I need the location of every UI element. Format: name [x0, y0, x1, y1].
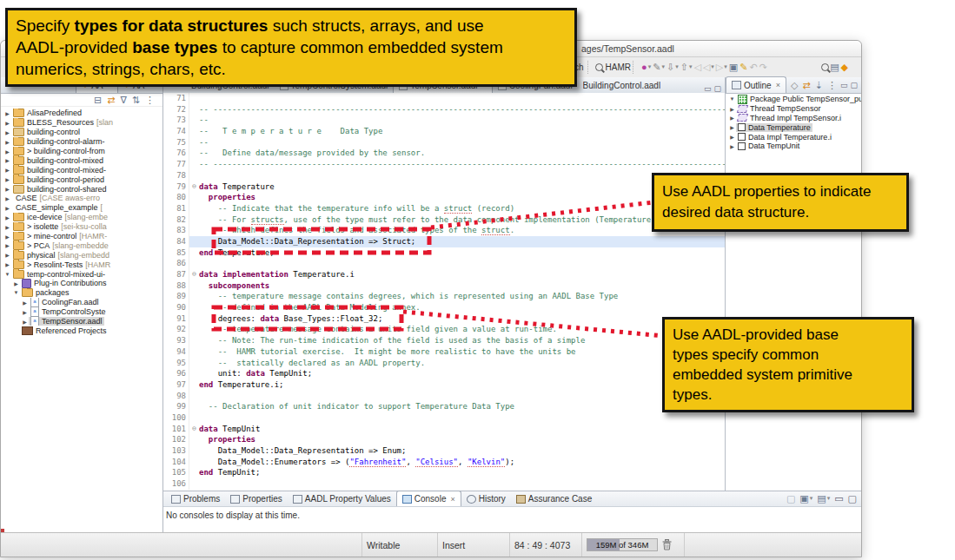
code-line[interactable]: 75--: [163, 137, 725, 148]
code-text[interactable]: -- Indicate that the temperature info wi…: [199, 203, 725, 214]
code-line[interactable]: 102 properties: [163, 434, 725, 445]
external-tools-icon[interactable]: ✎▾: [653, 59, 665, 75]
code-line[interactable]: 86: [163, 258, 725, 269]
navigator-item[interactable]: ▶Plug-in Contributions: [1, 279, 162, 288]
new-console-icon[interactable]: ▤▾: [817, 491, 830, 506]
link-with-editor-icon[interactable]: ⇄: [803, 77, 811, 93]
code-line[interactable]: 91 degrees: data Base_Types::Float_32;: [163, 313, 725, 325]
code-line[interactable]: 95 -- statically declared as an AADL pro…: [163, 358, 725, 369]
collapsed-arrow-icon[interactable]: ▶: [3, 224, 11, 230]
code-text[interactable]: [199, 391, 725, 402]
bottom-tab-console[interactable]: Console×: [396, 491, 461, 506]
close-icon[interactable]: ×: [450, 495, 454, 504]
navigator-item[interactable]: ▶building-control: [1, 128, 162, 137]
new-editor-window-icon[interactable]: ▣: [729, 59, 738, 75]
code-line[interactable]: 81 -- Indicate that the temperature info…: [163, 203, 725, 214]
collapsed-arrow-icon[interactable]: ▶: [21, 300, 29, 306]
fold-marker[interactable]: ⊖: [189, 424, 199, 435]
code-line[interactable]: 100: [163, 412, 725, 424]
code-text[interactable]: -- HAMR tutorial exercise. It might be m…: [199, 346, 725, 358]
navigator-item[interactable]: ▼temp-control-mixed-ui-: [1, 269, 162, 279]
code-text[interactable]: -- For structs, use of the type must ref…: [199, 214, 725, 226]
code-text[interactable]: -- -------------------------------------…: [199, 159, 725, 170]
code-text[interactable]: Data_Model::Enumerators => ("Fahrenheit"…: [199, 457, 725, 468]
back-icon[interactable]: ◁: [693, 59, 700, 75]
navigator-item[interactable]: ▶> isolette[sei-ksu-colla: [1, 222, 162, 232]
navigator-item[interactable]: ▶physical[slang-embedd: [1, 250, 162, 260]
code-text[interactable]: properties: [199, 192, 725, 203]
launch-config-icon[interactable]: ●▾: [641, 59, 651, 75]
bottom-tab-history[interactable]: History: [461, 491, 511, 506]
code-line[interactable]: 80 properties: [163, 192, 725, 203]
bottom-tab-aadl-values[interactable]: AADL Property Values: [288, 491, 396, 506]
navigator-item[interactable]: ▶CoolingFan.aadl: [1, 298, 162, 307]
code-text[interactable]: -- temperature message contains degrees,…: [199, 291, 725, 302]
code-text[interactable]: data Temperature: [199, 181, 725, 193]
search-icon[interactable]: [821, 63, 829, 71]
code-line[interactable]: 90 -- defined in the AADL Data Modeling …: [163, 302, 725, 313]
code-line[interactable]: 74-- T e m p e r a t u r e Data Type: [163, 126, 725, 137]
collapsed-arrow-icon[interactable]: ▶: [3, 148, 11, 155]
collapsed-arrow-icon[interactable]: ▶: [728, 115, 736, 121]
code-line[interactable]: 77-- -----------------------------------…: [163, 159, 725, 170]
close-icon[interactable]: ×: [776, 81, 780, 89]
collapsed-arrow-icon[interactable]: ▶: [3, 205, 11, 211]
collapsed-arrow-icon[interactable]: ▶: [3, 195, 11, 201]
collapsed-arrow-icon[interactable]: ▶: [3, 261, 11, 267]
expanded-arrow-icon[interactable]: ▼: [12, 290, 20, 295]
fold-marker[interactable]: ⊖: [189, 269, 199, 280]
code-line[interactable]: 97end Temperature.i;: [163, 379, 725, 391]
navigator-item[interactable]: ▶building-control-mixed-: [1, 165, 162, 175]
code-line[interactable]: 72-- -----------------------------------…: [163, 104, 725, 115]
code-line[interactable]: 99 -- Declaration of unit indicator to s…: [163, 401, 725, 412]
maximize-icon[interactable]: ▢: [850, 81, 858, 89]
code-line[interactable]: 92 -- temperature message contains a uni…: [163, 324, 725, 335]
collapsed-arrow-icon[interactable]: ▶: [21, 309, 29, 315]
collapsed-arrow-icon[interactable]: ▶: [3, 129, 11, 135]
outline-item[interactable]: ▼Package Public TempSensor_publi: [726, 95, 861, 104]
collapsed-arrow-icon[interactable]: ▶: [12, 280, 20, 287]
collapsed-arrow-icon[interactable]: ▶: [3, 157, 11, 163]
collapsed-arrow-icon[interactable]: ▶: [3, 176, 11, 182]
collapsed-arrow-icon[interactable]: ▶: [3, 242, 11, 248]
code-text[interactable]: -- statically declared as an AADL proper…: [199, 358, 725, 369]
code-text[interactable]: [199, 93, 725, 104]
collapse-all-icon[interactable]: ⊟: [94, 92, 102, 108]
open-task-icon[interactable]: ▤: [830, 59, 839, 75]
navigator-item[interactable]: ▶CASE[CASE awas-erro: [1, 194, 162, 203]
code-text[interactable]: -- temperature message contains a units …: [199, 324, 725, 335]
code-text[interactable]: [199, 412, 725, 424]
collapsed-arrow-icon[interactable]: ▶: [21, 319, 29, 325]
navigator-item[interactable]: ▶building-control-period: [1, 175, 162, 184]
navigator-item[interactable]: Referenced Projects: [1, 326, 162, 335]
navigator-item[interactable]: ▶building-control-mixed: [1, 155, 162, 165]
code-text[interactable]: end Temperature;: [199, 247, 725, 259]
undo-icon[interactable]: ↶: [749, 59, 757, 75]
expanded-arrow-icon[interactable]: ▼: [728, 96, 736, 102]
garbage-collect-icon[interactable]: [662, 539, 672, 550]
sync-icon[interactable]: ⇅: [132, 92, 140, 108]
navigator-item[interactable]: ▶> mine-control[HAMR-: [1, 232, 162, 241]
navigator-item[interactable]: ▶ice-device[slang-embe: [1, 213, 162, 222]
bottom-tab-problems[interactable]: Problems: [166, 491, 225, 506]
code-text[interactable]: [199, 170, 725, 181]
code-line[interactable]: 82 -- For structs, use of the type must …: [163, 214, 725, 226]
code-text[interactable]: -- Note: The run-time indication of the …: [199, 335, 725, 346]
push-up-icon[interactable]: ⇧▾: [680, 59, 693, 75]
outline-tab[interactable]: Outline ×: [726, 76, 786, 93]
code-line[interactable]: 93 -- Note: The run-time indication of t…: [163, 335, 725, 346]
collapsed-arrow-icon[interactable]: ▶: [3, 186, 11, 192]
code-line[interactable]: 89 -- temperature message contains degre…: [163, 291, 725, 302]
collapsed-arrow-icon[interactable]: ▶: [3, 214, 11, 221]
navigator-item[interactable]: ▶CASE_simple_example[: [1, 203, 162, 213]
code-text[interactable]: [199, 258, 725, 269]
collapsed-arrow-icon[interactable]: ▶: [728, 106, 736, 112]
navigator-item[interactable]: ▶TempSensor.aadl: [1, 317, 162, 326]
collapsed-arrow-icon[interactable]: ▶: [3, 139, 11, 145]
code-text[interactable]: --: [199, 137, 725, 148]
code-line[interactable]: 104 Data_Model::Enumerators => ("Fahrenh…: [163, 457, 725, 468]
code-text[interactable]: unit: data TempUnit;: [199, 368, 725, 379]
editor-tab[interactable]: BuildingControl.aadl: [578, 77, 667, 93]
minimize-icon[interactable]: ▭: [704, 84, 712, 93]
navigator-item[interactable]: ▶AlisaPredefined: [1, 109, 162, 118]
